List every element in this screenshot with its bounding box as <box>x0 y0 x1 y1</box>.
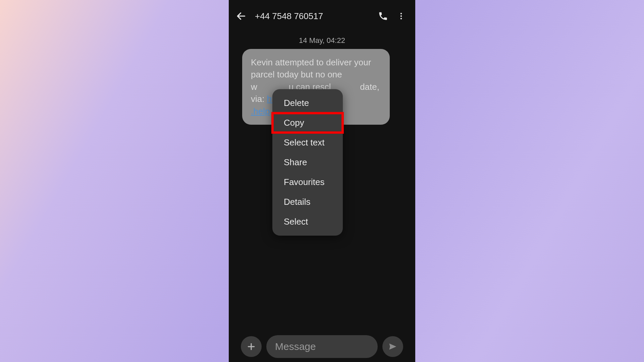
context-menu-item-share[interactable]: Share <box>272 153 343 172</box>
context-menu-item-select-text[interactable]: Select text <box>272 133 343 153</box>
call-icon[interactable] <box>376 9 390 23</box>
attach-button[interactable] <box>241 336 262 357</box>
phone-screen: +44 7548 760517 14 May, 04:22 Kevin atte… <box>229 0 415 362</box>
context-menu-item-details[interactable]: Details <box>272 192 343 212</box>
svg-point-1 <box>400 13 402 14</box>
message-input-placeholder: Message <box>275 341 316 352</box>
more-options-icon[interactable] <box>394 9 409 23</box>
context-menu-item-favourites[interactable]: Favourites <box>272 172 343 192</box>
back-icon[interactable] <box>235 10 247 22</box>
context-menu-item-delete[interactable]: Delete <box>272 93 343 113</box>
contact-title[interactable]: +44 7548 760517 <box>255 11 323 21</box>
svg-point-3 <box>400 18 402 19</box>
context-menu-item-copy[interactable]: Copy <box>272 113 343 133</box>
send-button[interactable] <box>382 336 403 357</box>
date-stamp: 14 May, 04:22 <box>229 36 415 45</box>
context-menu: Delete Copy Select text Share Favourites… <box>272 89 343 236</box>
context-menu-item-select[interactable]: Select <box>272 212 343 232</box>
conversation-header: +44 7548 760517 <box>229 0 415 32</box>
composer-row: Message <box>229 335 415 360</box>
message-input[interactable]: Message <box>266 335 378 358</box>
svg-point-2 <box>400 15 402 17</box>
